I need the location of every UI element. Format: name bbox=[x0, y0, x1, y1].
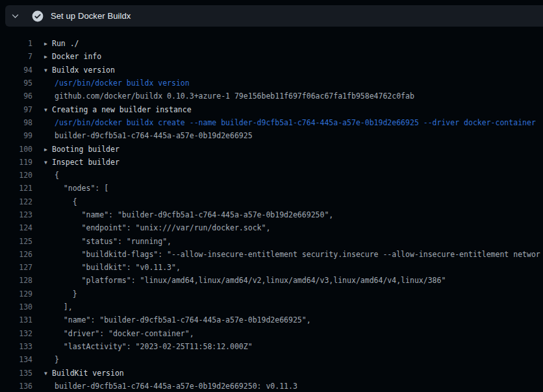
log-line: 123 "name": "builder-d9cfb5a1-c764-445a-… bbox=[0, 208, 543, 221]
log-group-header[interactable]: ▼Buildx version bbox=[44, 66, 115, 75]
caret-expanded-icon[interactable]: ▼ bbox=[44, 67, 52, 73]
line-number[interactable]: 121 bbox=[0, 184, 32, 193]
log-line: 130 ], bbox=[0, 300, 543, 313]
line-number[interactable]: 136 bbox=[0, 382, 32, 391]
caret-collapsed-icon[interactable]: ▶ bbox=[44, 147, 52, 153]
line-number[interactable]: 95 bbox=[0, 79, 32, 88]
log-line: 7▶Docker info bbox=[0, 50, 543, 63]
log-line: 131 "name": "builder-d9cfb5a1-c764-445a-… bbox=[0, 313, 543, 326]
line-number[interactable]: 122 bbox=[0, 197, 32, 206]
log-group-title[interactable]: Inspect builder bbox=[52, 158, 120, 167]
line-number[interactable]: 131 bbox=[0, 315, 32, 325]
log-line: 98/usr/bin/docker buildx create --name b… bbox=[0, 116, 543, 129]
caret-expanded-icon[interactable]: ▼ bbox=[44, 371, 52, 376]
log-line: 121 "nodes": [ bbox=[0, 182, 543, 195]
log-group-header[interactable]: ▶Booting builder bbox=[44, 145, 120, 154]
chevron-down-icon[interactable] bbox=[5, 12, 25, 20]
log-output-text: "endpoint": "unix:///var/run/docker.sock… bbox=[44, 223, 270, 232]
success-check-icon bbox=[32, 10, 44, 22]
line-number[interactable]: 120 bbox=[0, 171, 32, 180]
line-number[interactable]: 130 bbox=[0, 302, 32, 312]
line-number[interactable]: 1 bbox=[0, 39, 32, 48]
line-number[interactable]: 129 bbox=[0, 289, 32, 299]
log-group-title[interactable]: Creating a new builder instance bbox=[52, 105, 192, 114]
line-number[interactable]: 94 bbox=[0, 66, 32, 75]
log-line: 95/usr/bin/docker buildx version bbox=[0, 77, 543, 90]
line-number[interactable]: 96 bbox=[0, 92, 32, 101]
log-line: 127 "buildkit": "v0.11.3", bbox=[0, 261, 543, 274]
log-line: 1▶Run ./ bbox=[0, 37, 543, 50]
log-output-text: { bbox=[44, 171, 59, 180]
log-output-text: } bbox=[44, 289, 77, 299]
log-group-title[interactable]: Docker info bbox=[52, 52, 101, 61]
log-command-text: /usr/bin/docker buildx create --name bui… bbox=[44, 118, 536, 127]
log-output-text: "buildkit": "v0.11.3", bbox=[44, 263, 181, 272]
line-number[interactable]: 124 bbox=[0, 223, 32, 232]
log-line: 129 } bbox=[0, 288, 543, 300]
log-line: 133 "lastActivity": "2023-02-25T11:58:12… bbox=[0, 340, 543, 353]
log-output-text: "driver": "docker-container", bbox=[44, 329, 194, 338]
log-line: 135▼BuildKit version bbox=[0, 366, 543, 379]
log-line: 122 { bbox=[0, 195, 543, 208]
log-group-header[interactable]: ▼Inspect builder bbox=[44, 158, 120, 167]
line-number[interactable]: 119 bbox=[0, 158, 32, 167]
line-number[interactable]: 99 bbox=[0, 131, 32, 140]
log-output-text: "status": "running", bbox=[44, 237, 171, 246]
log-output-text: "platforms": "linux/amd64,linux/amd64/v2… bbox=[44, 276, 446, 285]
log-line: 99builder-d9cfb5a1-c764-445a-a57e-0b19d2… bbox=[0, 129, 543, 142]
log-output-text: builder-d9cfb5a1-c764-445a-a57e-0b19d2e6… bbox=[44, 382, 297, 391]
log-line: 119▼Inspect builder bbox=[0, 156, 543, 169]
line-number[interactable]: 133 bbox=[0, 342, 32, 351]
log-output-text: "lastActivity": "2023-02-25T11:58:12.000… bbox=[44, 342, 253, 351]
log-group-title[interactable]: Run ./ bbox=[52, 39, 79, 48]
caret-expanded-icon[interactable]: ▼ bbox=[44, 107, 52, 113]
log-line: 120{ bbox=[0, 169, 543, 182]
line-number[interactable]: 126 bbox=[0, 250, 32, 259]
line-number[interactable]: 7 bbox=[0, 52, 32, 61]
log-output-text: github.com/docker/buildx 0.10.3+azure-1 … bbox=[44, 92, 414, 101]
log-line: 96github.com/docker/buildx 0.10.3+azure-… bbox=[0, 90, 543, 103]
log-group-header[interactable]: ▶Docker info bbox=[44, 52, 101, 61]
log-group-title[interactable]: BuildKit version bbox=[52, 369, 124, 378]
log-group-header[interactable]: ▼Creating a new builder instance bbox=[44, 105, 192, 114]
line-number[interactable]: 100 bbox=[0, 145, 32, 154]
log-line: 132 "driver": "docker-container", bbox=[0, 327, 543, 340]
log-group-header[interactable]: ▶Run ./ bbox=[44, 39, 79, 48]
log-line: 134} bbox=[0, 353, 543, 366]
line-number[interactable]: 132 bbox=[0, 329, 32, 338]
line-number[interactable]: 135 bbox=[0, 369, 32, 378]
log-output-text: } bbox=[44, 355, 59, 364]
log-output-text: "name": "builder-d9cfb5a1-c764-445a-a57e… bbox=[44, 315, 311, 325]
log-line: 136builder-d9cfb5a1-c764-445a-a57e-0b19d… bbox=[0, 380, 543, 392]
log-line: 128 "platforms": "linux/amd64,linux/amd6… bbox=[0, 274, 543, 287]
line-number[interactable]: 125 bbox=[0, 237, 32, 246]
caret-expanded-icon[interactable]: ▼ bbox=[44, 160, 52, 165]
line-number[interactable]: 98 bbox=[0, 118, 32, 127]
log-command-text: /usr/bin/docker buildx version bbox=[44, 79, 190, 88]
line-number[interactable]: 127 bbox=[0, 263, 32, 272]
log-line: 126 "buildkitd-flags": "--allow-insecure… bbox=[0, 248, 543, 261]
line-number[interactable]: 97 bbox=[0, 105, 32, 114]
line-number[interactable]: 134 bbox=[0, 355, 32, 364]
log-output-text: "nodes": [ bbox=[44, 184, 108, 193]
log-line: 97▼Creating a new builder instance bbox=[0, 103, 543, 116]
step-title: Set up Docker Buildx bbox=[51, 11, 131, 21]
step-header[interactable]: Set up Docker Buildx bbox=[5, 5, 543, 27]
log-output-text: { bbox=[44, 197, 77, 206]
log-group-header[interactable]: ▼BuildKit version bbox=[44, 369, 124, 378]
caret-collapsed-icon[interactable]: ▶ bbox=[44, 41, 52, 47]
log-line: 125 "status": "running", bbox=[0, 234, 543, 247]
log-viewer: 1▶Run ./7▶Docker info94▼Buildx version95… bbox=[0, 27, 543, 392]
caret-collapsed-icon[interactable]: ▶ bbox=[44, 54, 52, 60]
log-line: 100▶Booting builder bbox=[0, 142, 543, 155]
line-number[interactable]: 128 bbox=[0, 276, 32, 285]
log-line: 94▼Buildx version bbox=[0, 64, 543, 77]
log-line: 124 "endpoint": "unix:///var/run/docker.… bbox=[0, 221, 543, 234]
log-output-text: builder-d9cfb5a1-c764-445a-a57e-0b19d2e6… bbox=[44, 131, 253, 140]
log-group-title[interactable]: Booting builder bbox=[52, 145, 120, 154]
log-group-title[interactable]: Buildx version bbox=[52, 66, 115, 75]
log-output-text: ], bbox=[44, 302, 73, 312]
log-output-text: "buildkitd-flags": "--allow-insecure-ent… bbox=[44, 250, 540, 259]
line-number[interactable]: 123 bbox=[0, 210, 32, 219]
log-output-text: "name": "builder-d9cfb5a1-c764-445a-a57e… bbox=[44, 210, 333, 219]
